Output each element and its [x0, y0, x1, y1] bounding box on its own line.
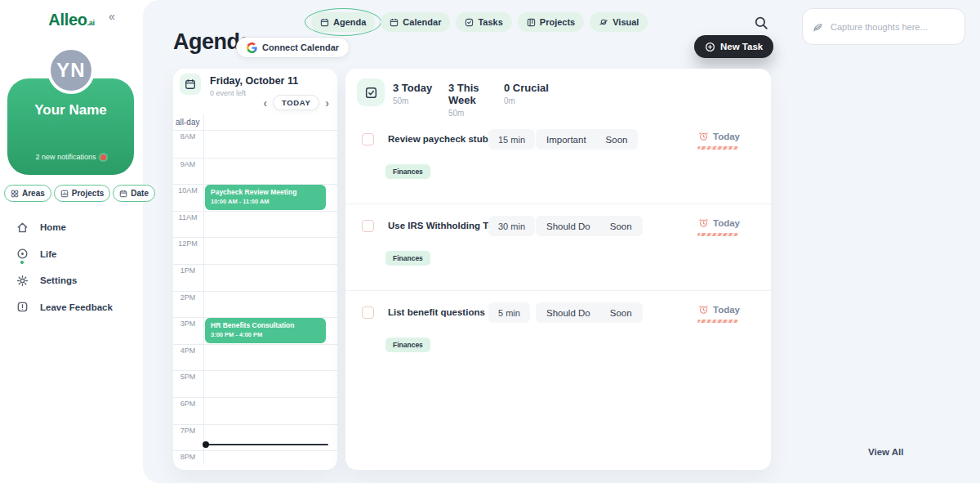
tab-label: Calendar	[403, 17, 441, 27]
stat-minutes: 50m	[393, 96, 448, 105]
agenda-icon	[320, 18, 329, 27]
calendar-event[interactable]: Paycheck Review Meeting 10:00 AM - 11:00…	[205, 185, 326, 210]
task-checkbox[interactable]	[362, 220, 374, 232]
notifications-link[interactable]: 2 new notifications	[7, 153, 134, 161]
task-due-label: Today	[713, 305, 740, 315]
tab-tasks[interactable]: Tasks	[456, 12, 511, 32]
connect-calendar-button[interactable]: Connect Calendar	[236, 37, 350, 58]
sidebar-item-leave-feedback[interactable]: Leave Feedback	[16, 294, 143, 321]
sidebar-tab-label: Date	[131, 189, 149, 198]
events-left-text: 0 event left	[210, 89, 246, 97]
hour-label: 11AM	[173, 213, 203, 221]
hour-row[interactable]: 6PM	[173, 397, 337, 424]
task-duration-chip[interactable]: 30 min	[488, 216, 535, 236]
chevron-left-icon[interactable]: ‹	[263, 96, 267, 110]
alarm-clock-icon	[698, 304, 709, 315]
hour-row[interactable]: 8AM	[173, 131, 337, 158]
sidebar-item-settings[interactable]: Settings	[16, 267, 143, 294]
all-day-row[interactable]: all-day	[173, 114, 337, 131]
tab-agenda[interactable]: Agenda	[311, 12, 375, 32]
hour-row[interactable]: 9AM	[173, 158, 337, 185]
task-checkbox[interactable]	[362, 306, 374, 319]
task-row: Review paycheck stub 15 min Important So…	[345, 118, 771, 204]
agenda-calendar-panel: Friday, October 11 0 event left ‹ TODAY …	[173, 69, 337, 470]
calendar-nav: ‹ TODAY ›	[263, 95, 329, 110]
calendar-date-title: Friday, October 11	[210, 75, 298, 87]
chevron-right-icon[interactable]: ›	[325, 96, 329, 110]
stat-crucial: 0 Crucial 0m	[504, 82, 559, 118]
app-logo: Alleo.ai	[0, 11, 143, 29]
task-title[interactable]: List benefit questions	[388, 307, 485, 317]
hour-row[interactable]: 2PM	[173, 291, 337, 318]
task-duration-chip[interactable]: 5 min	[488, 302, 530, 323]
stat-minutes: 0m	[504, 96, 559, 105]
hour-label: 7PM	[173, 427, 203, 435]
hour-label: 8PM	[173, 453, 203, 461]
hour-row[interactable]: 4PM	[173, 344, 337, 371]
task-duration-chip[interactable]: 15 min	[488, 129, 535, 150]
calendar-event[interactable]: HR Benefits Consultation 3:00 PM - 4:00 …	[205, 318, 326, 343]
task-priority: Should Do	[546, 308, 590, 318]
tab-label: Visual	[612, 17, 639, 27]
task-due[interactable]: Today	[698, 217, 740, 228]
task-list: Review paycheck stub 15 min Important So…	[345, 118, 771, 378]
today-button[interactable]: TODAY	[273, 95, 319, 110]
sidebar-item-home[interactable]: Home	[16, 214, 143, 241]
hour-label: 8AM	[173, 132, 203, 141]
sidebar-filter-tabs: Areas Projects Date	[4, 185, 155, 202]
new-task-button[interactable]: New Task	[694, 35, 773, 58]
task-flags-chip[interactable]: Should Do Soon	[536, 302, 643, 323]
event-title: HR Benefits Consultation	[211, 321, 320, 329]
task-due[interactable]: Today	[698, 131, 740, 141]
sidebar-tab-date[interactable]: Date	[113, 185, 155, 202]
tab-label: Tasks	[478, 17, 502, 27]
hour-label: 12PM	[173, 239, 203, 248]
task-flags-chip[interactable]: Should Do Soon	[536, 216, 643, 236]
task-tag[interactable]: Finances	[385, 251, 430, 266]
new-task-label: New Task	[720, 42, 763, 51]
task-checkbox[interactable]	[362, 133, 374, 145]
sidebar-item-label: Settings	[40, 275, 77, 285]
sidebar-collapse-icon[interactable]: «	[109, 10, 115, 23]
search-icon[interactable]	[754, 16, 768, 30]
task-tag[interactable]: Finances	[385, 338, 430, 352]
tab-projects[interactable]: Projects	[518, 12, 584, 32]
sidebar-tab-areas[interactable]: Areas	[4, 185, 51, 202]
task-title[interactable]: Use IRS Withholding Tool	[388, 221, 502, 230]
hour-row[interactable]: 5PM	[173, 370, 337, 397]
logo-suffix: .ai	[87, 19, 95, 27]
hour-row[interactable]: 8PM	[173, 450, 337, 470]
tab-visual[interactable]: Visual	[590, 12, 648, 32]
hour-row[interactable]: 12PM	[173, 237, 337, 264]
tab-calendar[interactable]: Calendar	[381, 12, 450, 32]
view-all-link[interactable]: View All	[868, 447, 903, 457]
task-flags-chip[interactable]: Important Soon	[536, 129, 638, 150]
sidebar-item-life[interactable]: Life	[16, 241, 143, 268]
sidebar-tab-label: Areas	[22, 189, 45, 198]
task-priority: Should Do	[546, 221, 590, 231]
google-icon	[247, 42, 257, 53]
task-row: Use IRS Withholding Tool 30 min Should D…	[345, 204, 771, 291]
task-urgency: Soon	[606, 135, 628, 145]
quill-icon	[813, 21, 824, 33]
tasks-panel: 3 Today 50m 3 This Week 50m 0 Crucial 0m…	[345, 69, 771, 470]
avatar[interactable]: YN	[47, 47, 95, 94]
hour-row[interactable]: 1PM	[173, 264, 337, 291]
task-tag[interactable]: Finances	[385, 164, 430, 179]
capture-thoughts-input[interactable]	[831, 22, 955, 32]
task-title[interactable]: Review paycheck stub	[388, 134, 488, 144]
sidebar-tab-projects[interactable]: Projects	[54, 185, 110, 202]
calendar-icon	[180, 74, 201, 95]
sidebar: Alleo.ai « YN Your Name 2 new notificati…	[0, 0, 143, 483]
capture-thoughts-box	[802, 8, 965, 45]
calendar-icon	[390, 18, 399, 27]
task-due[interactable]: Today	[698, 304, 740, 315]
hour-row[interactable]: 7PM	[173, 424, 337, 451]
task-urgency: Soon	[610, 221, 632, 231]
task-due-label: Today	[713, 132, 740, 141]
kanban-icon	[527, 18, 536, 27]
task-due-label: Today	[713, 218, 740, 228]
hour-row[interactable]: 11AM	[173, 211, 337, 238]
event-time: 10:00 AM - 11:00 AM	[211, 198, 320, 205]
hour-label: 1PM	[173, 266, 203, 275]
